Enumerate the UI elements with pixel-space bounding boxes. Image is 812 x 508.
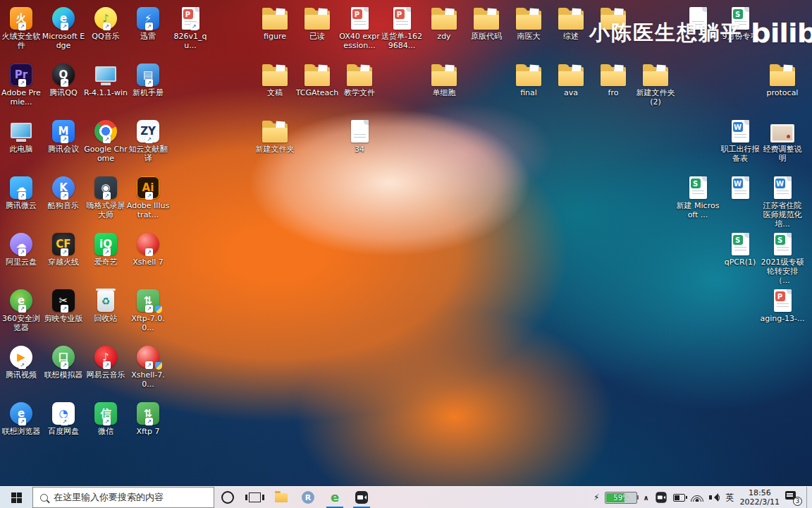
desktop-icon-folder-yidu[interactable]: 已读 [295,4,340,41]
folder-nanyida-label: 南医大 [517,32,541,41]
desktop-icon-doc-826v1[interactable]: P↗826v1_qu... [168,4,213,50]
clock[interactable]: 18:56 2022/3/11 [740,488,780,507]
desktop-icon-folder-zdy[interactable]: zdy [422,4,467,41]
desktop-icon-img-expense-adjust[interactable]: 经费调整说明 [760,117,805,163]
desktop-icon-folder-new-2[interactable]: 新建文件夹 (2) [633,61,678,107]
desktop-icon-folder-teaching-files[interactable]: 教学文件 [337,61,382,97]
desktop-icon-qq-music[interactable]: ♪↗QQ音乐 [83,4,128,41]
desktop-icon-folder-ava[interactable]: ava [548,61,593,97]
folder-yidu-label: 已读 [309,32,325,41]
desktop-icon-folder-final[interactable]: final [506,61,551,97]
desktop-icon-aliyun-drive[interactable]: ☁↗阿里云盘 [0,230,44,267]
desktop-icon-this-pc[interactable]: 此电脑 [0,117,44,154]
desktop-icon-folder-wengao[interactable]: 文稿 [252,61,297,97]
desktop-icon-folder-fro[interactable]: fro [591,61,636,97]
volume-icon[interactable] [709,493,720,502]
desktop-icon-folder-new[interactable]: 新建文件夹 [252,117,297,154]
start-button[interactable] [0,487,32,508]
screen-recorder-button[interactable] [348,487,375,508]
desktop-icon-area[interactable]: 火↗火绒安全软件e↗Microsoft Edge♪↗QQ音乐⚡↗迅雷P↗826v… [0,0,812,487]
adobe-premiere-label: Adobe Premie... [0,88,44,107]
desktop-icon-tencent-meeting[interactable]: M↗腾讯会议 [41,117,86,154]
desktop-icon-360-safe-browser[interactable]: e↗360安全浏览器 [0,286,44,332]
desktop-icon-xshell-installer[interactable]: ↗Xshell-7.0... [125,343,171,389]
action-center-button[interactable]: 3 [785,491,801,504]
desktop-icon-netease-cloud-music[interactable]: ♪↗网易云音乐 [83,343,128,380]
shortcut-arrow-icon: ↗ [103,192,111,200]
wifi-icon[interactable] [691,494,703,502]
desktop-icon-doc-34[interactable]: 34 [337,117,382,154]
r-app-button[interactable]: R [295,487,321,508]
desktop-icon-wechat[interactable]: 信↗微信 [83,399,128,436]
huorong-security-label: 火绒安全软件 [0,32,44,50]
desktop-icon-doc-delivery-note[interactable]: P送货单-1629684... [379,4,424,50]
desktop-icon-doc-jiangsu-resident[interactable]: W江苏省住院医师规范化培... [760,174,805,229]
desktop-icon-huorong-security[interactable]: 火↗火绒安全软件 [0,4,44,50]
desktop-icon-lenovo-emulator[interactable]: 口↗联想模拟器 [41,343,86,380]
360-safe-browser-label: 360安全浏览器 [0,314,44,332]
desktop-icon-new-device-manual[interactable]: ▤↗新机手册 [125,61,171,97]
desktop-icon-doc-travel-report[interactable]: W职工出行报备表 [718,117,763,163]
desktop-icon-capcut-pro[interactable]: ✂↗剪映专业版 [41,286,86,323]
desktop-icon-folder-figure[interactable]: figure [252,4,297,41]
desktop-icon-doc-aging-13[interactable]: Paging-13-... [760,286,805,323]
desktop-icon-baidu-netdisk[interactable]: ◔↗百度网盘 [41,399,86,436]
iqiyi-label: 爱奇艺 [94,258,118,267]
battery-status-icon[interactable] [673,494,685,502]
desktop-icon-folder-single-cell[interactable]: 单细胞 [422,61,467,97]
desktop-icon-r-4-1-1-win[interactable]: R-4.1.1-win [83,61,128,97]
qq-music-label: QQ音乐 [92,32,119,41]
desktop-icon-thunder-xunlei[interactable]: ⚡↗迅雷 [125,4,171,41]
folder-figure-icon [262,4,288,30]
show-desktop-button[interactable] [806,487,811,508]
desktop-icon-doc-qpcr-1[interactable]: SqPCR(1) [718,230,763,267]
task-view-button[interactable] [241,487,268,508]
desktop-icon-lenovo-browser[interactable]: e↗联想浏览器 [0,399,44,436]
desktop-icon-adobe-illustrator[interactable]: Ai↗Adobe Illustrat... [125,174,171,219]
battery-widget[interactable]: 59% [605,492,637,504]
desktop-icon-crossfire[interactable]: CF↗穿越火线 [41,230,86,267]
cortana-button[interactable] [214,487,241,508]
higofile-recorder-icon: ◉↗ [94,174,117,199]
desktop-icon-adobe-premiere[interactable]: Pr↗Adobe Premie... [0,61,44,107]
desktop-icon-folder-nanyida[interactable]: 南医大 [506,4,551,41]
desktop-icon-doc-2021-rotation[interactable]: S2021级专硕轮转安排（... [760,230,805,285]
qq-music-icon: ♪↗ [94,4,117,30]
desktop-icon-folder-tcgateach[interactable]: TCGAteach [295,61,340,97]
shortcut-arrow-icon: ↗ [145,248,153,256]
desktop-icon-google-chrome[interactable]: ↗Google Chrome [83,117,128,163]
doc-travel-report-label: 职工出行报备表 [718,145,763,163]
desktop-icon-folder-original-code[interactable]: 原版代码 [464,4,509,41]
desktop-icon-tencent-qq[interactable]: Q↗腾讯QQ [41,61,86,97]
desktop-icon-doc-ox40-expression[interactable]: POX40 expression... [337,4,382,50]
desktop-icon-higofile-recorder[interactable]: ◉↗嗨格式录屏大师 [83,174,128,219]
input-language-indicator[interactable]: 英 [726,492,734,504]
desktop-icon-tencent-video[interactable]: ▶↗腾讯视频 [0,343,44,380]
file-explorer-button[interactable] [268,487,295,508]
taskbar-search-input[interactable]: 在这里输入你要搜索的内容 [32,487,214,508]
desktop-icon-xshell-7[interactable]: ↗Xshell 7 [125,230,171,267]
browser-360-button[interactable]: e [321,487,348,508]
desktop-icon-xftp-installer[interactable]: ⇅↗Xftp-7.0.0... [125,286,171,332]
desktop-icon-tencent-weiyun[interactable]: ☁↗腾讯微云 [0,174,44,210]
desktop-icon-xftp-7[interactable]: ⇅↗Xftp 7 [125,399,171,436]
desktop-icon-zhiyun-translate[interactable]: ZY↗知云文献翻译 [125,117,171,163]
desktop-icon-iqiyi[interactable]: iQ↗爱奇艺 [83,230,128,267]
new-device-manual-icon: ▤↗ [137,61,159,86]
shortcut-arrow-icon: ↗ [61,248,68,256]
shortcut-arrow-icon: ↗ [145,418,153,425]
desktop-icon-doc-new-microsoft[interactable]: S新建 Microsoft ... [675,174,720,219]
shortcut-arrow-icon: ↗ [18,248,26,256]
charging-bolt-icon: ⚡ [593,492,599,502]
desktop-icon-folder-protocal[interactable]: protocal [760,61,805,97]
desktop-icon-recycle-bin[interactable]: ♻回收站 [83,286,128,323]
tray-expand-chevron[interactable]: ∧ [643,494,648,502]
shortcut-arrow-icon: ↗ [103,248,111,256]
desktop-icon-kugou-music[interactable]: K↗酷狗音乐 [41,174,86,210]
desktop-icon-doc-word-unlabeled[interactable]: W [718,174,763,201]
recorder-tray-button[interactable] [656,492,666,502]
desktop-icon-microsoft-edge[interactable]: e↗Microsoft Edge [41,4,86,50]
taskbar: 在这里输入你要搜索的内容 R e ⚡ 59% ∧ [0,486,812,508]
shortcut-arrow-icon: ↗ [103,135,111,143]
desktop-icon-folder-zongshu[interactable]: 综述 [548,4,593,41]
